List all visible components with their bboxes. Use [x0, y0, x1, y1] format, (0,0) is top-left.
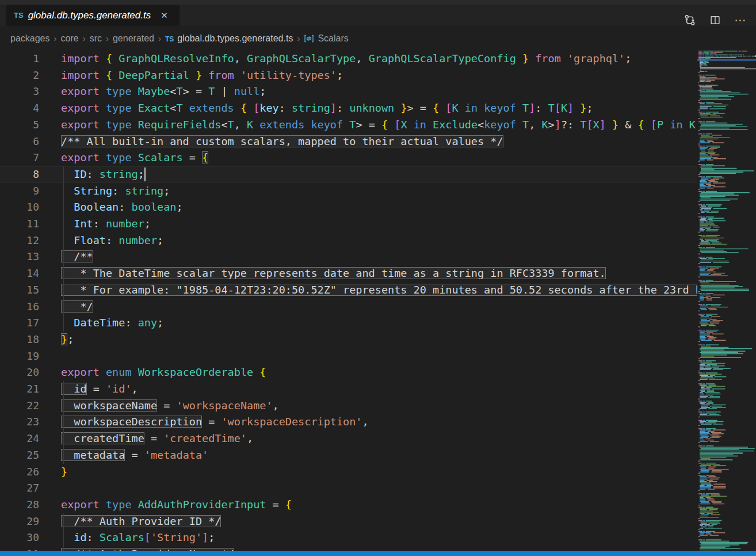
code-token: 'graphql': [567, 52, 625, 64]
code-token: [247, 102, 253, 114]
code-token: GraphQLScalarTypeConfig: [362, 52, 516, 64]
code-line[interactable]: 7export type Scalars = {: [0, 150, 697, 166]
line-number[interactable]: 29: [0, 513, 39, 530]
code-line[interactable]: 16 */: [0, 299, 697, 315]
line-number[interactable]: 9: [0, 183, 39, 200]
line-number[interactable]: 3: [0, 83, 39, 100]
code-line-content: /** Auth Provider Name */: [39, 546, 697, 551]
code-line[interactable]: 23 workspaceDescription = 'workspaceDesc…: [0, 414, 697, 431]
code-token: }: [61, 333, 67, 345]
code-line[interactable]: 19: [0, 348, 697, 365]
line-number[interactable]: 22: [0, 398, 39, 414]
code-token: :: [119, 201, 125, 213]
code-line[interactable]: 27: [0, 480, 697, 497]
chevron-right-icon: ›: [83, 33, 86, 43]
line-number[interactable]: 26: [0, 464, 39, 481]
code-line[interactable]: 21 id = 'id',: [0, 381, 697, 398]
line-number[interactable]: 4: [0, 100, 39, 117]
code-line[interactable]: 24 createdTime = 'createdTime',: [0, 431, 697, 447]
line-number[interactable]: 13: [0, 249, 39, 265]
code-line[interactable]: 29 /** Auth Provider ID */: [0, 513, 697, 530]
tab-global-db-types[interactable]: TS global.db.types.generated.ts ✕: [6, 5, 180, 26]
breadcrumb-src[interactable]: src: [90, 33, 102, 44]
code-line-content: export type Exact<T extends { [key: stri…: [39, 100, 697, 117]
line-number[interactable]: 16: [0, 299, 39, 315]
minimap-canvas: [697, 51, 756, 551]
code-line[interactable]: 1import { GraphQLResolveInfo, GraphQLSca…: [0, 51, 697, 67]
line-number[interactable]: 30: [0, 530, 39, 546]
line-number[interactable]: 11: [0, 216, 39, 233]
minimap[interactable]: [697, 51, 756, 551]
code-line[interactable]: 11 Int: number;: [0, 216, 697, 233]
code-line[interactable]: 18};: [0, 332, 697, 348]
ellipsis-icon: ⋯: [735, 13, 747, 27]
line-number[interactable]: 21: [0, 381, 39, 398]
code-line-content: id = 'id',: [39, 381, 697, 398]
code-line[interactable]: 20export enum WorkspaceOrderable {: [0, 364, 697, 381]
code-editor[interactable]: 1import { GraphQLResolveInfo, GraphQLSca…: [0, 51, 697, 551]
line-number[interactable]: 5: [0, 117, 39, 134]
breadcrumb-core[interactable]: core: [61, 33, 79, 44]
line-number[interactable]: 15: [0, 282, 39, 299]
code-line[interactable]: 28export type AddAuthProviderInput = {: [0, 497, 697, 513]
breadcrumb-file[interactable]: TSglobal.db.types.generated.ts: [165, 33, 293, 44]
code-line[interactable]: 15 * For example: "1985-04-12T23:20:50.5…: [0, 282, 697, 299]
code-line[interactable]: 6/** All built-in and custom scalars, ma…: [0, 134, 697, 150]
code-token: string: [93, 168, 138, 180]
code-line[interactable]: 2import { DeepPartial } from 'utility-ty…: [0, 67, 697, 84]
line-number[interactable]: 27: [0, 480, 39, 497]
breadcrumb-packages[interactable]: packages: [10, 33, 50, 44]
line-number[interactable]: 31: [0, 546, 39, 551]
code-line[interactable]: 30 id: Scalars['String'];: [0, 530, 697, 546]
line-number[interactable]: 18: [0, 332, 39, 348]
code-line[interactable]: 5export type RequireFields<T, K extends …: [0, 117, 697, 134]
split-editor-button[interactable]: [707, 13, 724, 28]
line-number[interactable]: 6: [0, 134, 39, 150]
line-number[interactable]: 7: [0, 150, 39, 166]
code-token: [: [555, 102, 561, 114]
line-number[interactable]: 23: [0, 414, 39, 431]
line-number[interactable]: 8: [0, 166, 39, 183]
code-line[interactable]: 4export type Exact<T extends { [key: str…: [0, 100, 697, 117]
code-line[interactable]: 17 DateTime: any;: [0, 315, 697, 332]
code-token: :: [279, 102, 285, 114]
line-number[interactable]: 20: [0, 364, 39, 381]
code-token: :: [87, 168, 93, 180]
line-number[interactable]: 1: [0, 51, 39, 67]
code-line[interactable]: 25 metadata = 'metadata': [0, 447, 697, 464]
line-number[interactable]: 25: [0, 447, 39, 464]
code-line[interactable]: 12 Float: number;: [0, 233, 697, 249]
line-number[interactable]: 28: [0, 497, 39, 513]
code-line[interactable]: 8 ID: string;: [0, 166, 697, 183]
code-token: ,: [247, 432, 253, 444]
breadcrumb-symbol-scalars[interactable]: Scalars: [304, 33, 348, 44]
code-line[interactable]: 31 /** Auth Provider Name */: [0, 546, 697, 551]
breadcrumb-generated[interactable]: generated: [113, 33, 154, 44]
code-line[interactable]: 9 String: string;: [0, 183, 697, 200]
code-token: K: [683, 119, 696, 131]
line-number[interactable]: 17: [0, 315, 39, 332]
code-line[interactable]: 13 /**: [0, 249, 697, 265]
more-actions-button[interactable]: ⋯: [732, 13, 749, 28]
line-number[interactable]: 19: [0, 348, 39, 365]
open-changes-button[interactable]: [681, 13, 698, 28]
line-number[interactable]: 2: [0, 67, 39, 84]
line-number[interactable]: 14: [0, 265, 39, 282]
line-number[interactable]: 12: [0, 233, 39, 249]
code-line-content: workspaceName = 'workspaceName',: [39, 398, 697, 414]
code-line-content: export type Scalars = {: [39, 150, 697, 166]
code-token: }: [400, 102, 407, 114]
code-line[interactable]: 26}: [0, 464, 697, 481]
code-line[interactable]: 14 * The DateTime scalar type represents…: [0, 265, 697, 282]
line-number[interactable]: 10: [0, 199, 39, 216]
code-line-content: Boolean: boolean;: [39, 199, 697, 216]
code-token: }: [612, 119, 618, 131]
code-line[interactable]: 22 workspaceName = 'workspaceName',: [0, 398, 697, 414]
tab-bar: TS global.db.types.generated.ts ✕: [0, 0, 756, 26]
code-token: T: [516, 119, 529, 131]
code-line[interactable]: 10 Boolean: boolean;: [0, 199, 697, 216]
line-number[interactable]: 24: [0, 431, 39, 447]
code-token: {: [638, 119, 644, 131]
code-line[interactable]: 3export type Maybe<T> = T | null;: [0, 83, 697, 100]
tab-close-button[interactable]: ✕: [159, 10, 170, 21]
